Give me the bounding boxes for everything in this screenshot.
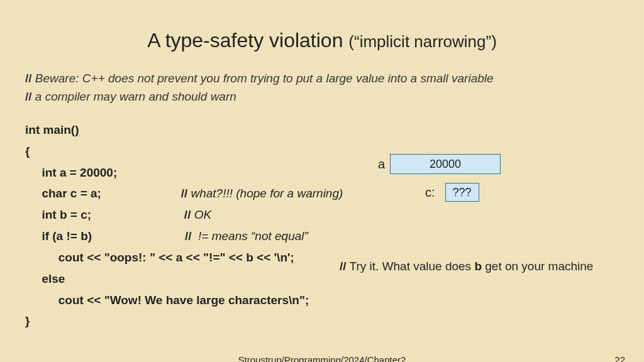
code-line: { bbox=[25, 141, 619, 162]
diagram-row-c: c: ??? bbox=[425, 183, 501, 202]
code-line: int a = 20000; bbox=[25, 162, 619, 184]
code-line: cout << "Wow! We have large characters\n… bbox=[25, 290, 619, 311]
try-it-note: // Try it. What value does b get on your… bbox=[340, 260, 593, 273]
footer-source: Stroustrup/Programming/2024/Chapter2 bbox=[238, 354, 406, 362]
diagram-row-a: a 20000 bbox=[366, 154, 501, 174]
comment-slash: // bbox=[25, 72, 32, 85]
comment-slash: // bbox=[25, 90, 32, 103]
code-block: int main() { int a = 20000; char c = a; … bbox=[25, 119, 619, 332]
title-main: A type-safety violation bbox=[147, 29, 348, 52]
footer-page-number: 22 bbox=[614, 354, 625, 362]
label-a: a bbox=[366, 157, 385, 172]
box-c: ??? bbox=[445, 183, 479, 202]
box-a: 20000 bbox=[390, 154, 501, 174]
title-sub: (“implicit narrowing”) bbox=[348, 32, 497, 51]
comment-line-2: // a compiler may warn and should warn bbox=[25, 88, 619, 106]
memory-diagram: a 20000 c: ??? bbox=[366, 154, 501, 211]
intro-comments: // Beware: C++ does not prevent you from… bbox=[25, 70, 619, 106]
label-c: c: bbox=[425, 185, 435, 200]
comment-line-1: // Beware: C++ does not prevent you from… bbox=[25, 70, 619, 88]
code-line: int main() bbox=[25, 119, 619, 141]
code-line: } bbox=[25, 310, 619, 332]
code-line: char c = a; // what?!!! (hope for a warn… bbox=[25, 183, 619, 204]
slide-title: A type-safety violation (“implicit narro… bbox=[25, 29, 619, 52]
code-line: int b = c; // OK bbox=[25, 204, 619, 226]
code-line: if (a != b) // != means “not equal” bbox=[25, 226, 619, 247]
